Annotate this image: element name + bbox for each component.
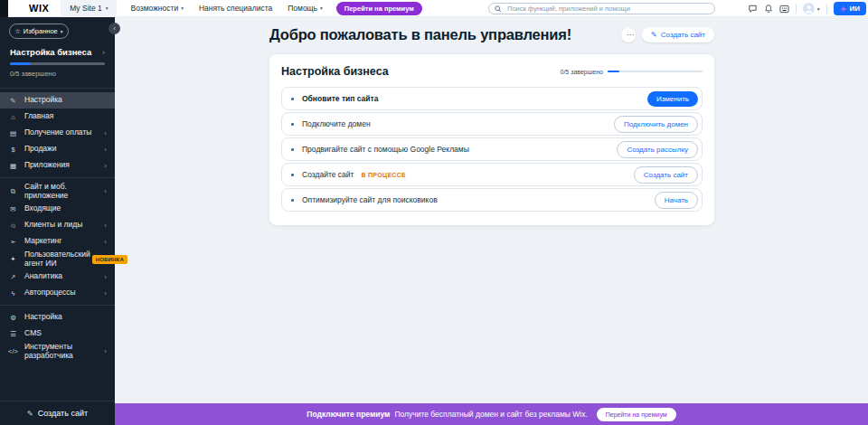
sidebar-item-cms[interactable]: ☰CMS [0,326,115,342]
chevron-down-icon: ▾ [817,6,820,12]
account-menu[interactable]: ▾ [803,3,820,14]
sidebar-item-inbox[interactable]: ✉Входящие [0,201,115,217]
task-button-google-ads[interactable]: Создать рассылку [617,141,698,158]
notifications-button[interactable] [764,4,773,14]
apps-button[interactable] [779,5,789,14]
chevron-right-icon: › [102,48,105,57]
sidebar-item-label: Клиенты и лиды [24,221,100,230]
sidebar-footer: ✎ Создать сайт [0,401,115,425]
sidebar-create-site-button[interactable]: ✎ Создать сайт [0,401,115,425]
task-label: Оптимизируйте сайт для поисковиков [302,195,438,204]
site-menu[interactable]: My Site 1 ▾ [61,0,117,17]
task-label: Подключите домен [302,119,371,128]
sidebar-collapse-button[interactable]: ‹ [108,23,120,34]
favorites-button[interactable]: ☆ Избранное ▾ [9,24,69,39]
header-create-site-button[interactable]: ✎ Создать сайт [642,27,714,42]
bullet-icon [291,98,294,100]
setup-progress-label: 0/5 завершено [10,70,105,78]
chevron-right-icon: › [104,129,107,137]
nav-features[interactable]: Возможности▾ [130,4,183,13]
sidebar-item-label: Аналитика [24,272,100,281]
sidebar-item-automations[interactable]: ϟАвтопроцессы› [0,285,115,301]
card-progress-bar [608,71,703,73]
inbox-icon: ✉ [8,205,18,213]
task-button-seo[interactable]: Начать [655,192,698,209]
banner-text: Получите бесплатный домен и сайт без рек… [394,410,587,419]
sidebar-item-apps[interactable]: ▦Приложения› [0,157,115,174]
sidebar-nav: ✎Настройка⌂Главная▤Получение оплаты›$Про… [0,92,115,361]
sidebar-item-label: Маркетинг [24,237,100,246]
cms-icon: ☰ [8,330,18,338]
task-button-connect-domain[interactable]: Подключить домен [614,116,698,133]
sidebar-item-ai-agent[interactable]: ✦Пользовательский агент ИИНОВИНКА [0,250,115,269]
divider [826,5,827,14]
sidebar-item-site-mobile[interactable]: ⧉Сайт и моб. приложение› [0,182,115,201]
sidebar-item-contacts[interactable]: ☺Клиенты и лиды› [0,217,115,233]
task-label: Продвигайте сайт с помощью Google Реклам… [302,145,469,154]
business-setup-summary[interactable]: Настройка бизнеса › 0/5 завершено [0,45,115,84]
sidebar-item-label: CMS [24,329,107,338]
more-actions-button[interactable]: ⋯ [621,28,636,42]
site-mobile-icon: ⧉ [8,187,18,196]
sidebar-item-label: Автопроцессы [24,288,100,298]
sidebar-divider [0,177,115,178]
sidebar-item-marketing[interactable]: ➣Маркетинг› [0,233,115,250]
task-status: В ПРОЦЕССЕ [361,172,406,178]
sidebar-item-analytics[interactable]: ↗Аналитика› [0,269,115,285]
sidebar-item-label: Инструменты разработчика [24,343,100,360]
task-button-create-site[interactable]: Создать сайт [634,166,698,184]
create-site-label: Создать сайт [38,409,88,418]
sidebar-item-sales[interactable]: $Продажи› [0,141,115,157]
search-input[interactable] [505,4,709,14]
task-button-update-site-type[interactable]: Изменить [647,91,698,107]
sidebar-item-dev-tools[interactable]: </>Инструменты разработчика› [0,342,115,361]
page-title: Добро пожаловать в панель управления! [269,26,571,43]
banner-premium-button[interactable]: Перейти на премиум [597,408,676,421]
chevron-down-icon: ▾ [61,29,63,34]
sidebar-item-label: Пользовательский агент ИИ [24,250,90,268]
setup-progress-bar [10,62,105,65]
marketing-icon: ➣ [8,238,18,246]
nav-label: Нанять специалиста [199,4,272,13]
business-setup-card: Настройка бизнеса 0/5 завершено Обновите… [269,54,714,225]
sales-icon: $ [8,146,18,154]
premium-banner: Подключите премиум Получите бесплатный д… [115,403,868,425]
topbar: WIX My Site 1 ▾ Возможности▾Нанять специ… [0,0,868,17]
nav-hire-professional[interactable]: Нанять специалиста [199,4,272,13]
task-list: Обновите тип сайтаИзменитьПодключите дом… [281,87,703,212]
banner-title: Подключите премиум [307,410,390,419]
new-badge: НОВИНКА [92,255,127,264]
apps-icon: ▦ [8,162,18,170]
sidebar-item-home[interactable]: ⌂Главная [0,109,115,125]
star-icon: ☆ [14,28,20,35]
ai-assistant-button[interactable]: ИИ [834,2,867,15]
card-title: Настройка бизнеса [281,65,389,78]
pencil-icon: ✎ [27,410,33,418]
pencil-icon: ✎ [651,31,657,39]
sidebar-item-payments[interactable]: ▤Получение оплаты› [0,125,115,141]
task-row-connect-domain: Подключите доменПодключить домен [281,112,703,136]
sidebar-item-label: Входящие [24,204,107,213]
settings-icon: ⚙ [8,314,18,322]
automations-icon: ϟ [8,289,18,298]
chat-icon [748,4,758,14]
upgrade-premium-button[interactable]: Перейти на премиум [336,2,422,15]
sidebar-item-setup[interactable]: ✎Настройка [0,92,115,109]
chevron-right-icon: › [104,273,107,281]
nav-help[interactable]: Помощь▾ [288,4,323,13]
search-box[interactable] [488,3,715,14]
avatar [803,3,815,14]
top-nav: Возможности▾Нанять специалистаПомощь▾ [130,4,322,13]
setup-icon: ✎ [8,97,18,105]
task-row-seo: Оптимизируйте сайт для поисковиковНачать [281,188,703,212]
sidebar-item-label: Получение оплаты [24,128,100,137]
sidebar-item-label: Главная [24,112,107,121]
person-icon [803,3,815,14]
divider [796,5,797,14]
favorites-label: Избранное [24,27,58,35]
setup-title: Настройка бизнеса [10,47,91,57]
chat-button[interactable] [748,4,758,14]
sidebar-item-settings[interactable]: ⚙Настройка [0,309,115,326]
wix-logo[interactable]: WIX [29,3,49,14]
search-icon [495,5,502,13]
